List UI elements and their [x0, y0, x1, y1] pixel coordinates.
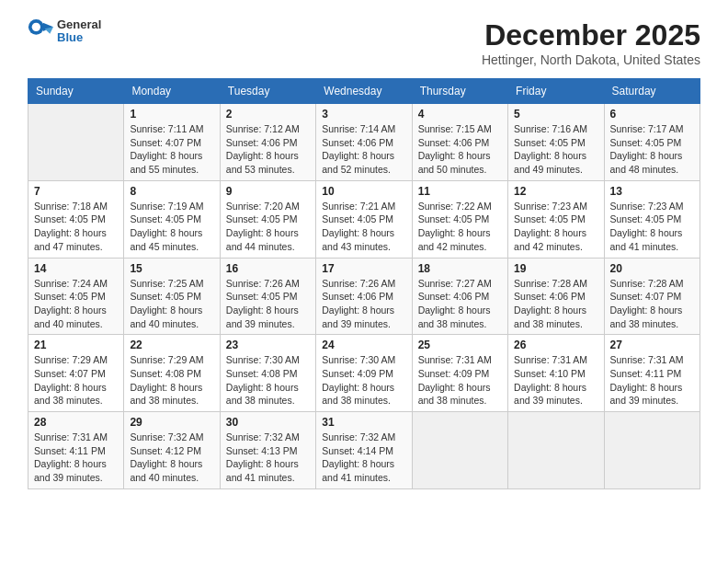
day-info: Sunrise: 7:26 AMSunset: 4:05 PMDaylight:…: [226, 277, 310, 331]
calendar-cell: 14Sunrise: 7:24 AMSunset: 4:05 PMDayligh…: [28, 258, 124, 335]
calendar-cell: 15Sunrise: 7:25 AMSunset: 4:05 PMDayligh…: [124, 258, 220, 335]
day-info: Sunrise: 7:32 AMSunset: 4:14 PMDaylight:…: [322, 431, 405, 485]
day-info: Sunrise: 7:31 AMSunset: 4:10 PMDaylight:…: [514, 353, 597, 408]
day-number: 29: [130, 416, 213, 429]
day-number: 18: [418, 262, 502, 275]
header: General Blue December 2025 Hettinger, No…: [28, 18, 700, 67]
calendar-cell: 17Sunrise: 7:26 AMSunset: 4:06 PMDayligh…: [316, 258, 412, 335]
day-info: Sunrise: 7:31 AMSunset: 4:11 PMDaylight:…: [610, 353, 694, 408]
calendar-body: 1Sunrise: 7:11 AMSunset: 4:07 PMDaylight…: [28, 104, 700, 489]
day-info: Sunrise: 7:23 AMSunset: 4:05 PMDaylight:…: [610, 200, 694, 254]
day-number: 1: [130, 108, 213, 121]
day-info: Sunrise: 7:17 AMSunset: 4:05 PMDaylight:…: [610, 122, 694, 177]
day-number: 4: [418, 108, 502, 121]
day-number: 7: [34, 185, 118, 198]
calendar-cell: [604, 412, 700, 489]
day-header-friday: Friday: [508, 79, 604, 104]
day-info: Sunrise: 7:16 AMSunset: 4:05 PMDaylight:…: [514, 122, 597, 177]
day-number: 13: [610, 185, 694, 198]
calendar-cell: 20Sunrise: 7:28 AMSunset: 4:07 PMDayligh…: [604, 258, 700, 335]
calendar-cell: 4Sunrise: 7:15 AMSunset: 4:06 PMDaylight…: [412, 104, 507, 181]
calendar-table: SundayMondayTuesdayWednesdayThursdayFrid…: [28, 78, 700, 489]
day-info: Sunrise: 7:29 AMSunset: 4:07 PMDaylight:…: [34, 353, 118, 408]
day-info: Sunrise: 7:30 AMSunset: 4:08 PMDaylight:…: [226, 353, 310, 408]
logo-text: General Blue: [57, 18, 101, 45]
day-number: 5: [514, 108, 597, 121]
svg-point-1: [32, 23, 40, 31]
logo-general: General: [57, 18, 101, 31]
calendar-cell: 6Sunrise: 7:17 AMSunset: 4:05 PMDaylight…: [604, 104, 700, 181]
day-header-thursday: Thursday: [412, 79, 507, 104]
day-header-tuesday: Tuesday: [220, 79, 315, 104]
calendar-cell: 9Sunrise: 7:20 AMSunset: 4:05 PMDaylight…: [220, 180, 315, 258]
calendar-cell: 24Sunrise: 7:30 AMSunset: 4:09 PMDayligh…: [316, 335, 412, 412]
day-header-sunday: Sunday: [28, 79, 124, 104]
day-info: Sunrise: 7:21 AMSunset: 4:05 PMDaylight:…: [322, 200, 405, 254]
calendar-cell: 28Sunrise: 7:31 AMSunset: 4:11 PMDayligh…: [28, 412, 124, 489]
calendar-cell: 2Sunrise: 7:12 AMSunset: 4:06 PMDaylight…: [220, 104, 315, 181]
day-info: Sunrise: 7:32 AMSunset: 4:12 PMDaylight:…: [130, 431, 213, 485]
day-number: 22: [130, 339, 213, 351]
day-number: 28: [34, 416, 118, 429]
week-row-3: 14Sunrise: 7:24 AMSunset: 4:05 PMDayligh…: [28, 258, 700, 335]
day-number: 25: [418, 339, 502, 351]
calendar-cell: 22Sunrise: 7:29 AMSunset: 4:08 PMDayligh…: [124, 335, 220, 412]
week-row-2: 7Sunrise: 7:18 AMSunset: 4:05 PMDaylight…: [28, 180, 700, 258]
day-number: 21: [34, 339, 118, 351]
day-info: Sunrise: 7:25 AMSunset: 4:05 PMDaylight:…: [130, 277, 213, 331]
day-info: Sunrise: 7:11 AMSunset: 4:07 PMDaylight:…: [130, 122, 213, 177]
calendar-cell: 1Sunrise: 7:11 AMSunset: 4:07 PMDaylight…: [124, 104, 220, 181]
day-info: Sunrise: 7:23 AMSunset: 4:05 PMDaylight:…: [514, 200, 597, 254]
day-info: Sunrise: 7:27 AMSunset: 4:06 PMDaylight:…: [418, 277, 502, 331]
calendar-cell: 21Sunrise: 7:29 AMSunset: 4:07 PMDayligh…: [28, 335, 124, 412]
day-number: 3: [322, 108, 405, 121]
calendar-cell: 11Sunrise: 7:22 AMSunset: 4:05 PMDayligh…: [412, 180, 507, 258]
calendar-cell: 5Sunrise: 7:16 AMSunset: 4:05 PMDaylight…: [508, 104, 604, 181]
calendar-header: SundayMondayTuesdayWednesdayThursdayFrid…: [28, 79, 700, 104]
day-info: Sunrise: 7:26 AMSunset: 4:06 PMDaylight:…: [322, 277, 405, 331]
day-number: 17: [322, 262, 405, 275]
calendar-cell: [508, 412, 604, 489]
calendar-cell: 23Sunrise: 7:30 AMSunset: 4:08 PMDayligh…: [220, 335, 315, 412]
title-block: December 2025 Hettinger, North Dakota, U…: [482, 18, 700, 67]
day-number: 6: [610, 108, 694, 121]
day-info: Sunrise: 7:22 AMSunset: 4:05 PMDaylight:…: [418, 200, 502, 254]
day-info: Sunrise: 7:30 AMSunset: 4:09 PMDaylight:…: [322, 353, 405, 408]
day-info: Sunrise: 7:20 AMSunset: 4:05 PMDaylight:…: [226, 200, 310, 254]
calendar-cell: 7Sunrise: 7:18 AMSunset: 4:05 PMDaylight…: [28, 180, 124, 258]
logo-blue: Blue: [57, 31, 101, 44]
day-header-wednesday: Wednesday: [316, 79, 412, 104]
day-number: 11: [418, 185, 502, 198]
header-row: SundayMondayTuesdayWednesdayThursdayFrid…: [28, 79, 700, 104]
day-info: Sunrise: 7:24 AMSunset: 4:05 PMDaylight:…: [34, 277, 118, 331]
day-number: 8: [130, 185, 213, 198]
day-number: 26: [514, 339, 597, 351]
day-info: Sunrise: 7:19 AMSunset: 4:05 PMDaylight:…: [130, 200, 213, 254]
calendar-cell: 25Sunrise: 7:31 AMSunset: 4:09 PMDayligh…: [412, 335, 507, 412]
day-info: Sunrise: 7:12 AMSunset: 4:06 PMDaylight:…: [226, 122, 310, 177]
calendar-cell: 16Sunrise: 7:26 AMSunset: 4:05 PMDayligh…: [220, 258, 315, 335]
day-number: 14: [34, 262, 118, 275]
day-info: Sunrise: 7:15 AMSunset: 4:06 PMDaylight:…: [418, 122, 502, 177]
day-number: 27: [610, 339, 694, 351]
month-title: December 2025: [482, 18, 700, 52]
day-number: 15: [130, 262, 213, 275]
day-number: 12: [514, 185, 597, 198]
location: Hettinger, North Dakota, United States: [482, 52, 700, 67]
calendar-cell: 10Sunrise: 7:21 AMSunset: 4:05 PMDayligh…: [316, 180, 412, 258]
day-number: 24: [322, 339, 405, 351]
day-number: 19: [514, 262, 597, 275]
page-wrapper: General Blue December 2025 Hettinger, No…: [28, 18, 700, 489]
logo: General Blue: [28, 18, 101, 45]
day-number: 9: [226, 185, 310, 198]
calendar-cell: 18Sunrise: 7:27 AMSunset: 4:06 PMDayligh…: [412, 258, 507, 335]
day-info: Sunrise: 7:18 AMSunset: 4:05 PMDaylight:…: [34, 200, 118, 254]
day-info: Sunrise: 7:32 AMSunset: 4:13 PMDaylight:…: [226, 431, 310, 485]
day-header-saturday: Saturday: [604, 79, 700, 104]
calendar-cell: 29Sunrise: 7:32 AMSunset: 4:12 PMDayligh…: [124, 412, 220, 489]
calendar-cell: [28, 104, 124, 181]
day-number: 23: [226, 339, 310, 351]
day-number: 10: [322, 185, 405, 198]
calendar-cell: 26Sunrise: 7:31 AMSunset: 4:10 PMDayligh…: [508, 335, 604, 412]
calendar-cell: 13Sunrise: 7:23 AMSunset: 4:05 PMDayligh…: [604, 180, 700, 258]
